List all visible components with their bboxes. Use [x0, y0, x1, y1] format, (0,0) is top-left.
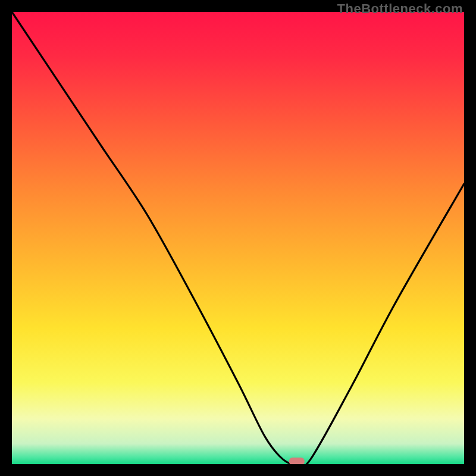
plot-background: [12, 12, 464, 464]
chart-frame: [12, 12, 464, 464]
chart-svg: [12, 12, 464, 464]
watermark-text: TheBottleneck.com: [337, 1, 463, 17]
optimum-marker: [289, 458, 305, 464]
